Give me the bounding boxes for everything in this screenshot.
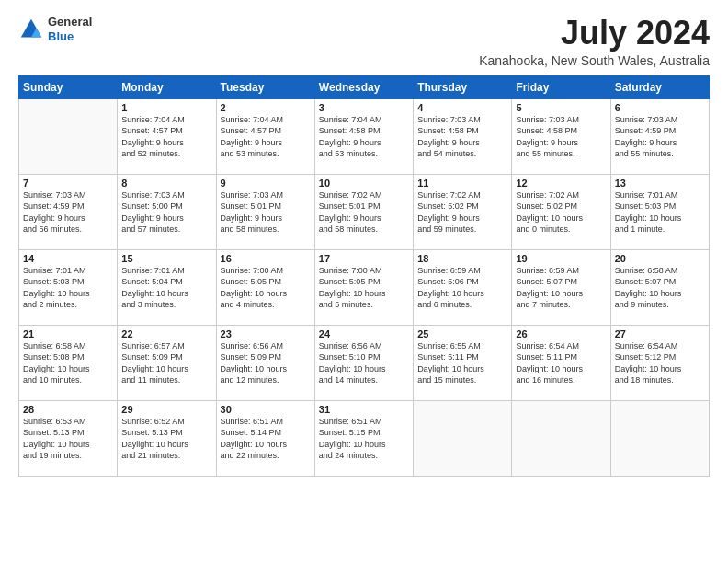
- day-number: 14: [23, 253, 113, 264]
- calendar-cell: 28Sunrise: 6:53 AMSunset: 5:13 PMDayligh…: [19, 400, 118, 476]
- day-info: Sunrise: 7:04 AMSunset: 4:57 PMDaylight:…: [221, 114, 311, 160]
- day-info: Sunrise: 7:01 AMSunset: 5:03 PMDaylight:…: [23, 265, 113, 311]
- day-number: 25: [417, 328, 507, 339]
- day-number: 31: [319, 404, 409, 415]
- calendar-cell: 5Sunrise: 7:03 AMSunset: 4:58 PMDaylight…: [512, 98, 610, 174]
- day-info: Sunrise: 7:00 AMSunset: 5:05 PMDaylight:…: [319, 265, 409, 311]
- day-number: 30: [221, 404, 311, 415]
- calendar-cell: 6Sunrise: 7:03 AMSunset: 4:59 PMDaylight…: [610, 98, 709, 174]
- day-number: 10: [319, 178, 409, 189]
- calendar-cell: 11Sunrise: 7:02 AMSunset: 5:02 PMDayligh…: [414, 174, 512, 249]
- logo-text: General Blue: [48, 15, 92, 43]
- day-info: Sunrise: 6:54 AMSunset: 5:12 PMDaylight:…: [615, 340, 705, 386]
- day-info: Sunrise: 7:03 AMSunset: 5:01 PMDaylight:…: [221, 190, 311, 236]
- logo-icon: [18, 17, 44, 42]
- day-number: 18: [417, 253, 507, 264]
- day-info: Sunrise: 6:52 AMSunset: 5:13 PMDaylight:…: [121, 416, 211, 462]
- calendar-cell: [610, 400, 709, 476]
- calendar-cell: 30Sunrise: 6:51 AMSunset: 5:14 PMDayligh…: [216, 400, 314, 476]
- calendar-week-row: 14Sunrise: 7:01 AMSunset: 5:03 PMDayligh…: [19, 249, 710, 325]
- day-number: 21: [23, 328, 113, 339]
- day-info: Sunrise: 7:01 AMSunset: 5:04 PMDaylight:…: [121, 265, 211, 311]
- calendar-cell: 15Sunrise: 7:01 AMSunset: 5:04 PMDayligh…: [118, 249, 216, 325]
- day-info: Sunrise: 6:56 AMSunset: 5:10 PMDaylight:…: [319, 340, 409, 386]
- day-number: 8: [121, 178, 211, 189]
- day-number: 3: [319, 102, 409, 113]
- day-number: 26: [516, 328, 606, 339]
- calendar-cell: 25Sunrise: 6:55 AMSunset: 5:11 PMDayligh…: [414, 325, 512, 400]
- calendar-cell: [414, 400, 512, 476]
- day-number: 11: [417, 178, 507, 189]
- day-number: 29: [121, 404, 211, 415]
- day-number: 7: [23, 178, 113, 189]
- day-info: Sunrise: 7:03 AMSunset: 5:00 PMDaylight:…: [121, 190, 211, 236]
- calendar-cell: 22Sunrise: 6:57 AMSunset: 5:09 PMDayligh…: [118, 325, 216, 400]
- calendar-table: SundayMondayTuesdayWednesdayThursdayFrid…: [18, 75, 710, 477]
- weekday-header: Sunday: [19, 75, 118, 98]
- calendar-cell: 8Sunrise: 7:03 AMSunset: 5:00 PMDaylight…: [118, 174, 216, 249]
- day-info: Sunrise: 6:59 AMSunset: 5:07 PMDaylight:…: [516, 265, 606, 311]
- calendar-cell: 12Sunrise: 7:02 AMSunset: 5:02 PMDayligh…: [512, 174, 610, 249]
- day-number: 9: [221, 178, 311, 189]
- logo-general: General: [48, 15, 92, 29]
- page: General Blue July 2024 Kanahooka, New So…: [0, 0, 728, 563]
- calendar-week-row: 1Sunrise: 7:04 AMSunset: 4:57 PMDaylight…: [19, 98, 710, 174]
- calendar-cell: 4Sunrise: 7:03 AMSunset: 4:58 PMDaylight…: [414, 98, 512, 174]
- weekday-header: Tuesday: [216, 75, 314, 98]
- calendar-cell: 29Sunrise: 6:52 AMSunset: 5:13 PMDayligh…: [118, 400, 216, 476]
- weekday-header: Saturday: [610, 75, 709, 98]
- calendar-week-row: 28Sunrise: 6:53 AMSunset: 5:13 PMDayligh…: [19, 400, 710, 476]
- day-number: 16: [221, 253, 311, 264]
- day-info: Sunrise: 7:03 AMSunset: 4:59 PMDaylight:…: [615, 114, 705, 160]
- day-info: Sunrise: 6:54 AMSunset: 5:11 PMDaylight:…: [516, 340, 606, 386]
- calendar-cell: 1Sunrise: 7:04 AMSunset: 4:57 PMDaylight…: [118, 98, 216, 174]
- day-number: 6: [615, 102, 705, 113]
- day-info: Sunrise: 7:02 AMSunset: 5:02 PMDaylight:…: [516, 190, 606, 236]
- day-info: Sunrise: 6:51 AMSunset: 5:15 PMDaylight:…: [319, 416, 409, 462]
- day-number: 24: [319, 328, 409, 339]
- calendar-cell: 23Sunrise: 6:56 AMSunset: 5:09 PMDayligh…: [216, 325, 314, 400]
- calendar-cell: 13Sunrise: 7:01 AMSunset: 5:03 PMDayligh…: [610, 174, 709, 249]
- day-info: Sunrise: 7:03 AMSunset: 4:59 PMDaylight:…: [23, 190, 113, 236]
- day-info: Sunrise: 7:02 AMSunset: 5:01 PMDaylight:…: [319, 190, 409, 236]
- weekday-header: Monday: [118, 75, 216, 98]
- day-info: Sunrise: 6:57 AMSunset: 5:09 PMDaylight:…: [121, 340, 211, 386]
- day-info: Sunrise: 6:58 AMSunset: 5:07 PMDaylight:…: [615, 265, 705, 311]
- calendar-cell: 20Sunrise: 6:58 AMSunset: 5:07 PMDayligh…: [610, 249, 709, 325]
- day-number: 23: [221, 328, 311, 339]
- calendar-cell: 21Sunrise: 6:58 AMSunset: 5:08 PMDayligh…: [19, 325, 118, 400]
- day-info: Sunrise: 7:04 AMSunset: 4:57 PMDaylight:…: [121, 114, 211, 160]
- calendar-week-row: 7Sunrise: 7:03 AMSunset: 4:59 PMDaylight…: [19, 174, 710, 249]
- calendar-cell: [512, 400, 610, 476]
- day-info: Sunrise: 6:59 AMSunset: 5:06 PMDaylight:…: [417, 265, 507, 311]
- day-info: Sunrise: 6:58 AMSunset: 5:08 PMDaylight:…: [23, 340, 113, 386]
- day-info: Sunrise: 7:03 AMSunset: 4:58 PMDaylight:…: [417, 114, 507, 160]
- day-info: Sunrise: 6:51 AMSunset: 5:14 PMDaylight:…: [221, 416, 311, 462]
- calendar-cell: 9Sunrise: 7:03 AMSunset: 5:01 PMDaylight…: [216, 174, 314, 249]
- day-number: 5: [516, 102, 606, 113]
- day-number: 28: [23, 404, 113, 415]
- day-info: Sunrise: 7:00 AMSunset: 5:05 PMDaylight:…: [221, 265, 311, 311]
- day-number: 17: [319, 253, 409, 264]
- day-number: 13: [615, 178, 705, 189]
- day-info: Sunrise: 7:01 AMSunset: 5:03 PMDaylight:…: [615, 190, 705, 236]
- calendar-cell: 27Sunrise: 6:54 AMSunset: 5:12 PMDayligh…: [610, 325, 709, 400]
- title-block: July 2024 Kanahooka, New South Wales, Au…: [479, 15, 710, 68]
- day-number: 22: [121, 328, 211, 339]
- day-number: 4: [417, 102, 507, 113]
- day-number: 19: [516, 253, 606, 264]
- calendar-cell: 14Sunrise: 7:01 AMSunset: 5:03 PMDayligh…: [19, 249, 118, 325]
- header: General Blue July 2024 Kanahooka, New So…: [18, 15, 710, 68]
- weekday-header: Thursday: [414, 75, 512, 98]
- day-number: 12: [516, 178, 606, 189]
- calendar-cell: [19, 98, 118, 174]
- weekday-header: Wednesday: [314, 75, 413, 98]
- day-info: Sunrise: 7:04 AMSunset: 4:58 PMDaylight:…: [319, 114, 409, 160]
- calendar-cell: 2Sunrise: 7:04 AMSunset: 4:57 PMDaylight…: [216, 98, 314, 174]
- calendar-cell: 17Sunrise: 7:00 AMSunset: 5:05 PMDayligh…: [314, 249, 413, 325]
- day-number: 15: [121, 253, 211, 264]
- day-number: 1: [121, 102, 211, 113]
- calendar-cell: 26Sunrise: 6:54 AMSunset: 5:11 PMDayligh…: [512, 325, 610, 400]
- weekday-header: Friday: [512, 75, 610, 98]
- calendar-cell: 24Sunrise: 6:56 AMSunset: 5:10 PMDayligh…: [314, 325, 413, 400]
